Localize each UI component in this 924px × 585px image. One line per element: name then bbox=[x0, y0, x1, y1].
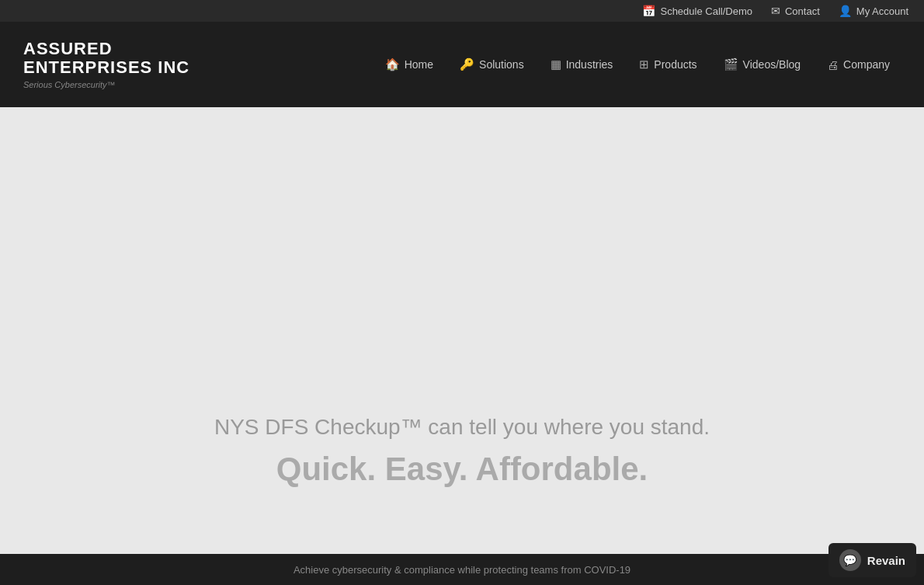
hero-headline: NYS DFS Checkup™ can tell you where you … bbox=[190, 415, 734, 440]
contact-icon: ✉ bbox=[771, 5, 780, 17]
topbar-label-contact: Contact bbox=[785, 5, 820, 17]
top-bar: 📅Schedule Call/Demo✉Contact👤My Account bbox=[0, 0, 924, 22]
schedule-icon: 📅 bbox=[642, 5, 655, 17]
videosblog-nav-icon: 🎬 bbox=[724, 57, 738, 71]
company-nav-icon: 🖨 bbox=[827, 58, 839, 71]
revain-widget[interactable]: 💬 Revain bbox=[828, 543, 916, 577]
hero-section: NYS DFS Checkup™ can tell you where you … bbox=[0, 107, 924, 550]
revain-icon: 💬 bbox=[839, 549, 861, 571]
products-nav-icon: ⊞ bbox=[639, 57, 649, 71]
hero-content: NYS DFS Checkup™ can tell you where you … bbox=[190, 415, 734, 488]
logo-title: ASSURED ENTERPRISES INC bbox=[23, 40, 189, 77]
nav-item-solutions[interactable]: 🔑Solutions bbox=[449, 22, 535, 107]
topbar-item-schedule[interactable]: 📅Schedule Call/Demo bbox=[642, 5, 752, 17]
main-nav: 🏠Home🔑Solutions▦Industries⊞Products🎬Vide… bbox=[374, 22, 901, 107]
logo: ASSURED ENTERPRISES INC Serious Cybersec… bbox=[23, 40, 189, 89]
industries-nav-icon: ▦ bbox=[551, 57, 561, 71]
logo-tagline: Serious Cybersecurity™ bbox=[23, 80, 189, 89]
topbar-label-myaccount: My Account bbox=[856, 5, 908, 17]
revain-label: Revain bbox=[867, 554, 905, 567]
topbar-item-myaccount[interactable]: 👤My Account bbox=[839, 5, 908, 17]
nav-label-products: Products bbox=[654, 58, 696, 71]
nav-item-videosblog[interactable]: 🎬Videos/Blog bbox=[713, 22, 811, 107]
topbar-label-schedule: Schedule Call/Demo bbox=[660, 5, 752, 17]
footer-bar: Achieve cybersecurity & compliance while… bbox=[0, 554, 924, 585]
header: ASSURED ENTERPRISES INC Serious Cybersec… bbox=[0, 22, 924, 107]
nav-label-videosblog: Videos/Blog bbox=[743, 58, 801, 71]
solutions-nav-icon: 🔑 bbox=[460, 57, 474, 71]
myaccount-icon: 👤 bbox=[839, 5, 852, 17]
nav-item-company[interactable]: 🖨Company bbox=[816, 22, 901, 107]
nav-label-company: Company bbox=[843, 58, 890, 71]
nav-item-products[interactable]: ⊞Products bbox=[628, 22, 707, 107]
footer-text: Achieve cybersecurity & compliance while… bbox=[294, 564, 630, 576]
nav-label-solutions: Solutions bbox=[479, 58, 524, 71]
home-nav-icon: 🏠 bbox=[385, 57, 400, 71]
topbar-item-contact[interactable]: ✉Contact bbox=[771, 5, 820, 17]
nav-item-home[interactable]: 🏠Home bbox=[374, 22, 444, 107]
nav-label-home: Home bbox=[405, 58, 433, 71]
nav-label-industries: Industries bbox=[566, 58, 613, 71]
nav-item-industries[interactable]: ▦Industries bbox=[540, 22, 624, 107]
hero-subheadline: Quick. Easy. Affordable. bbox=[190, 451, 734, 488]
